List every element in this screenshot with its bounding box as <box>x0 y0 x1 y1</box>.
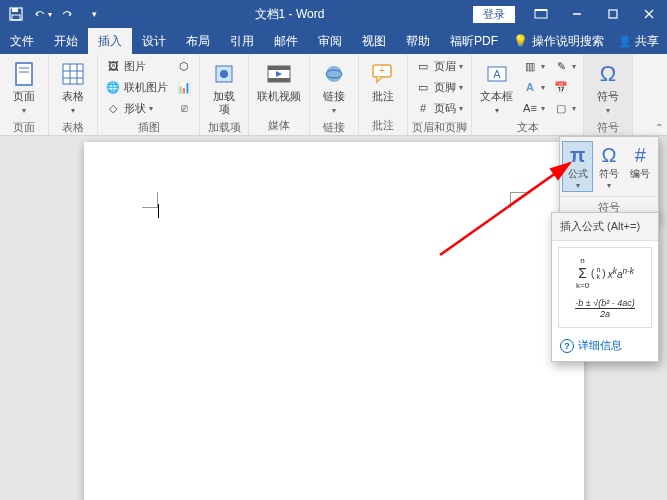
minimize-button[interactable] <box>559 0 595 28</box>
comment-button[interactable]: + 批注 <box>363 56 403 105</box>
tab-help[interactable]: 帮助 <box>396 28 440 54</box>
maximize-button[interactable] <box>595 0 631 28</box>
page-icon <box>8 58 40 90</box>
object-icon: ▢ <box>553 100 569 116</box>
svg-rect-8 <box>16 63 32 85</box>
tab-review[interactable]: 审阅 <box>308 28 352 54</box>
picture-icon: 🖼 <box>105 58 121 74</box>
svg-rect-19 <box>268 66 290 70</box>
omega-icon: Ω <box>592 58 624 90</box>
ribbon-options-icon[interactable] <box>523 0 559 28</box>
quick-parts-button[interactable]: ▥▾ <box>519 56 548 76</box>
page-number-button[interactable]: #页码 ▾ <box>412 98 466 118</box>
signature-icon: ✎ <box>553 58 569 74</box>
addins-button[interactable]: 加载 项 <box>204 56 244 118</box>
signature-button[interactable]: ✎▾ <box>550 56 579 76</box>
online-picture-icon: 🌐 <box>105 79 121 95</box>
textbox-label: 文本框 <box>480 90 513 102</box>
number-dropdown-button[interactable]: # 编号 <box>625 141 656 192</box>
screenshot-button[interactable]: ⎚ <box>173 98 195 118</box>
tab-home[interactable]: 开始 <box>44 28 88 54</box>
equation-dropdown-button[interactable]: π 公式 ▾ <box>562 141 593 192</box>
chart-button[interactable]: 📊 <box>173 77 195 97</box>
group-comments-label: 批注 <box>363 116 403 135</box>
ribbon: 页面▾ 页面 表格▾ 表格 🖼图片 🌐联机图片 ◇形状 ▾ ⬡ 📊 ⎚ <box>0 54 667 136</box>
equation-info-link[interactable]: ? 详细信息 <box>552 334 658 357</box>
document-page[interactable] <box>84 142 584 500</box>
dropcap-icon: A≡ <box>522 100 538 116</box>
tell-me-search[interactable]: 💡 操作说明搜索 <box>513 33 604 50</box>
equation-tooltip-panel: 插入公式 (Alt+=) nΣk=0 (nk) xkan-k -b ± √(b²… <box>551 212 659 362</box>
dropcap-button[interactable]: A≡▾ <box>519 98 548 118</box>
tell-me-label: 操作说明搜索 <box>532 33 604 50</box>
footer-button[interactable]: ▭页脚 ▾ <box>412 77 466 97</box>
object-button[interactable]: ▢▾ <box>550 98 579 118</box>
qat-customize[interactable]: ▾ <box>82 2 106 26</box>
group-comments: + 批注 批注 <box>359 54 408 135</box>
svg-rect-11 <box>63 64 83 84</box>
group-tables: 表格▾ 表格 <box>49 54 98 135</box>
textbox-button[interactable]: A 文本框▾ <box>476 56 517 118</box>
redo-button[interactable] <box>56 2 80 26</box>
quick-access-toolbar: ▾ ▾ <box>0 2 106 26</box>
group-pages-label: 页面 <box>4 118 44 137</box>
online-pictures-button[interactable]: 🌐联机图片 <box>102 77 171 97</box>
margin-mark-tl <box>142 192 158 208</box>
tab-design[interactable]: 设计 <box>132 28 176 54</box>
omega-dd-icon: Ω <box>597 143 621 167</box>
svg-text:+: + <box>379 65 385 76</box>
link-icon <box>318 58 350 90</box>
svg-rect-5 <box>609 10 617 18</box>
online-video-button[interactable]: 联机视频 <box>253 56 305 105</box>
parts-icon: ▥ <box>522 58 538 74</box>
group-header-footer-label: 页眉和页脚 <box>412 118 467 137</box>
header-button[interactable]: ▭页眉 ▾ <box>412 56 466 76</box>
addin-icon <box>208 58 240 90</box>
smartart-icon: ⬡ <box>176 58 192 74</box>
date-icon: 📅 <box>553 79 569 95</box>
shapes-button[interactable]: ◇形状 ▾ <box>102 98 171 118</box>
video-label: 联机视频 <box>257 90 301 103</box>
svg-rect-2 <box>12 15 20 20</box>
tab-file[interactable]: 文件 <box>0 28 44 54</box>
symbol-dropdown-button[interactable]: Ω 符号 ▾ <box>593 141 624 192</box>
comment-icon: + <box>367 58 399 90</box>
group-media: 联机视频 媒体 <box>249 54 310 135</box>
group-addins-label: 加载项 <box>204 118 244 137</box>
save-button[interactable] <box>4 2 28 26</box>
table-button[interactable]: 表格▾ <box>53 56 93 118</box>
tab-mailings[interactable]: 邮件 <box>264 28 308 54</box>
close-button[interactable] <box>631 0 667 28</box>
title-bar: ▾ ▾ 文档1 - Word 登录 <box>0 0 667 28</box>
group-media-label: 媒体 <box>253 116 305 135</box>
date-button[interactable]: 📅 <box>550 77 579 97</box>
info-icon: ? <box>560 339 574 353</box>
tab-references[interactable]: 引用 <box>220 28 264 54</box>
link-button[interactable]: 链接▾ <box>314 56 354 118</box>
undo-button[interactable]: ▾ <box>30 2 54 26</box>
login-button[interactable]: 登录 <box>473 6 515 23</box>
group-pages: 页面▾ 页面 <box>0 54 49 135</box>
share-button[interactable]: 👤 共享 <box>618 33 659 50</box>
wordart-button[interactable]: A▾ <box>519 77 548 97</box>
equation-preview: nΣk=0 (nk) xkan-k -b ± √(b² - 4ac) 2a <box>558 247 652 328</box>
tab-layout[interactable]: 布局 <box>176 28 220 54</box>
group-links-label: 链接 <box>314 118 354 137</box>
textbox-icon: A <box>481 58 513 90</box>
svg-text:A: A <box>493 68 501 80</box>
smartart-button[interactable]: ⬡ <box>173 56 195 76</box>
equation-panel-title: 插入公式 (Alt+=) <box>552 213 658 241</box>
margin-mark-tr <box>510 192 526 208</box>
tab-insert[interactable]: 插入 <box>88 28 132 54</box>
symbol-button[interactable]: Ω 符号▾ <box>588 56 628 118</box>
pictures-button[interactable]: 🖼图片 <box>102 56 171 76</box>
collapse-ribbon-icon[interactable]: ⌃ <box>655 122 663 133</box>
pages-button[interactable]: 页面▾ <box>4 56 44 118</box>
symbol-label: 符号 <box>597 90 619 102</box>
group-illustrations: 🖼图片 🌐联机图片 ◇形状 ▾ ⬡ 📊 ⎚ 插图 <box>98 54 200 135</box>
tab-foxit[interactable]: 福昕PDF <box>440 28 508 54</box>
ribbon-tabs: 文件 开始 插入 设计 布局 引用 邮件 审阅 视图 帮助 福昕PDF 💡 操作… <box>0 28 667 54</box>
pi-icon: π <box>566 143 590 167</box>
tab-view[interactable]: 视图 <box>352 28 396 54</box>
svg-point-22 <box>326 66 342 82</box>
